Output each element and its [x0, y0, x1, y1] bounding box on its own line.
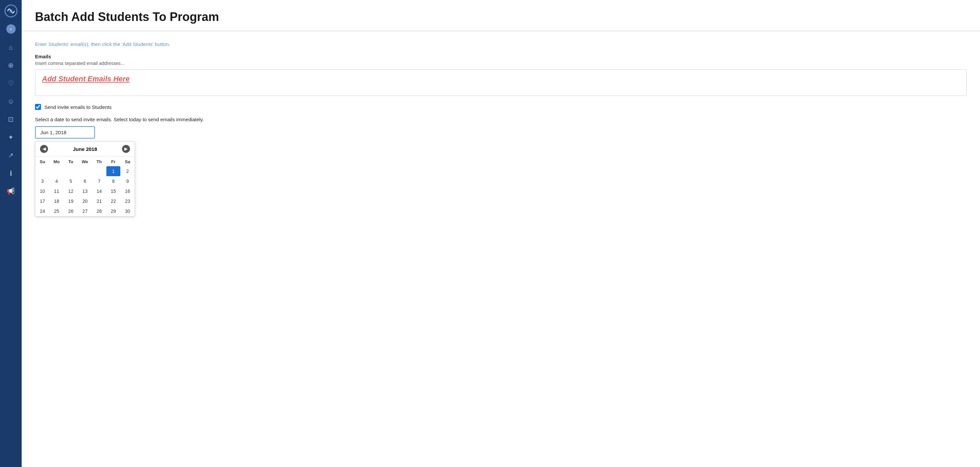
sidebar-item-briefcase[interactable]: ⊡ — [0, 111, 22, 127]
calendar-day-empty — [35, 166, 50, 176]
calendar-day-22[interactable]: 22 — [107, 196, 121, 206]
sidebar-toggle-button[interactable]: › — [6, 24, 16, 33]
calendar-weekday-mo: Mo — [50, 157, 64, 166]
sidebar-item-announcements[interactable]: 📢 — [0, 183, 22, 200]
briefcase-icon: ⊡ — [8, 115, 14, 123]
calendar-day-1[interactable]: 1 — [107, 166, 121, 176]
sidebar-item-home[interactable]: ⌂ — [0, 39, 22, 56]
calendar-weekday-we: We — [78, 157, 92, 166]
calendar-day-26[interactable]: 26 — [64, 206, 78, 216]
calendar-prev-button[interactable]: ◀ — [40, 145, 48, 153]
calendar-day-29[interactable]: 29 — [107, 206, 121, 216]
calendar-day-empty — [64, 166, 78, 176]
sidebar-item-chart[interactable]: ↗ — [0, 147, 22, 164]
calendar-day-21[interactable]: 21 — [92, 196, 107, 206]
home-icon: ⌂ — [9, 44, 13, 51]
users-group-icon: ☺ — [7, 98, 14, 105]
send-invite-checkbox[interactable] — [35, 104, 41, 110]
calendar-day-30[interactable]: 30 — [120, 206, 135, 216]
main-content: Batch Add Students To Program Enter Stud… — [22, 0, 980, 467]
emails-sublabel: Insert comma separated email addresses..… — [35, 60, 967, 66]
page-content: Enter Students' email(s), then click the… — [22, 31, 980, 467]
calendar-day-empty — [78, 166, 92, 176]
calendar-next-button[interactable]: ▶ — [122, 145, 130, 153]
calendar-day-10[interactable]: 10 — [35, 186, 50, 196]
page-header: Batch Add Students To Program — [22, 0, 980, 31]
app-logo — [0, 0, 22, 22]
calendar: ◀ June 2018 ▶ SuMoTuWeThFrSa 12345678910… — [35, 141, 135, 216]
calendar-month-label: June 2018 — [73, 146, 97, 152]
calendar-day-27[interactable]: 27 — [78, 206, 92, 216]
calendar-day-17[interactable]: 17 — [35, 196, 50, 206]
calendar-day-9[interactable]: 9 — [120, 176, 135, 186]
calendar-day-19[interactable]: 19 — [64, 196, 78, 206]
calendar-day-5[interactable]: 5 — [64, 176, 78, 186]
add-user-icon: ✦ — [8, 133, 14, 141]
calendar-day-7[interactable]: 7 — [92, 176, 107, 186]
calendar-grid: SuMoTuWeThFrSa 1234567891011121314151617… — [35, 157, 135, 216]
calendar-weekday-sa: Sa — [120, 157, 135, 166]
sidebar-item-health[interactable]: ♡ — [0, 75, 22, 92]
emails-label: Emails — [35, 54, 967, 59]
calendar-day-15[interactable]: 15 — [107, 186, 121, 196]
date-input[interactable] — [35, 126, 95, 138]
calendar-weekday-tu: Tu — [64, 157, 78, 166]
calendar-day-23[interactable]: 23 — [120, 196, 135, 206]
search-icon: ⊕ — [8, 61, 14, 69]
stethoscope-icon: ♡ — [8, 79, 14, 87]
calendar-day-28[interactable]: 28 — [92, 206, 107, 216]
send-invite-label[interactable]: Send invite emails to Students — [45, 104, 112, 110]
sidebar-item-info[interactable]: ℹ — [0, 165, 22, 181]
calendar-day-4[interactable]: 4 — [50, 176, 64, 186]
calendar-weekday-su: Su — [35, 157, 50, 166]
calendar-day-11[interactable]: 11 — [50, 186, 64, 196]
sidebar-item-add-user[interactable]: ✦ — [0, 129, 22, 146]
calendar-day-12[interactable]: 12 — [64, 186, 78, 196]
emails-field: Emails Insert comma separated email addr… — [35, 54, 967, 96]
calendar-day-18[interactable]: 18 — [50, 196, 64, 206]
sidebar: › ⌂ ⊕ ♡ ☺ ⊡ ✦ ↗ ℹ 📢 — [0, 0, 22, 467]
emails-placeholder[interactable]: Add Student Emails Here — [42, 75, 130, 83]
instruction-text: Enter Students' email(s), then click the… — [35, 41, 967, 47]
calendar-weekday-th: Th — [92, 157, 107, 166]
sidebar-item-search[interactable]: ⊕ — [0, 57, 22, 74]
sidebar-item-groups[interactable]: ☺ — [0, 93, 22, 110]
date-instruction: Select a date to send invite emails. Sel… — [35, 117, 967, 122]
page-title: Batch Add Students To Program — [35, 10, 967, 24]
calendar-day-3[interactable]: 3 — [35, 176, 50, 186]
calendar-day-20[interactable]: 20 — [78, 196, 92, 206]
calendar-day-24[interactable]: 24 — [35, 206, 50, 216]
calendar-day-13[interactable]: 13 — [78, 186, 92, 196]
megaphone-icon: 📢 — [7, 187, 15, 195]
chart-icon: ↗ — [8, 151, 14, 159]
calendar-day-empty — [92, 166, 107, 176]
calendar-day-2[interactable]: 2 — [120, 166, 135, 176]
calendar-weekday-fr: Fr — [107, 157, 121, 166]
calendar-header: ◀ June 2018 ▶ — [35, 141, 135, 157]
calendar-day-6[interactable]: 6 — [78, 176, 92, 186]
calendar-day-14[interactable]: 14 — [92, 186, 107, 196]
send-invite-row: Send invite emails to Students — [35, 104, 967, 110]
emails-textarea-wrapper[interactable]: Add Student Emails Here — [35, 69, 967, 96]
calendar-day-16[interactable]: 16 — [120, 186, 135, 196]
sidebar-nav: ⌂ ⊕ ♡ ☺ ⊡ ✦ ↗ ℹ 📢 — [0, 39, 22, 200]
calendar-day-empty — [50, 166, 64, 176]
info-icon: ℹ — [10, 169, 12, 177]
calendar-day-8[interactable]: 8 — [107, 176, 121, 186]
calendar-day-25[interactable]: 25 — [50, 206, 64, 216]
